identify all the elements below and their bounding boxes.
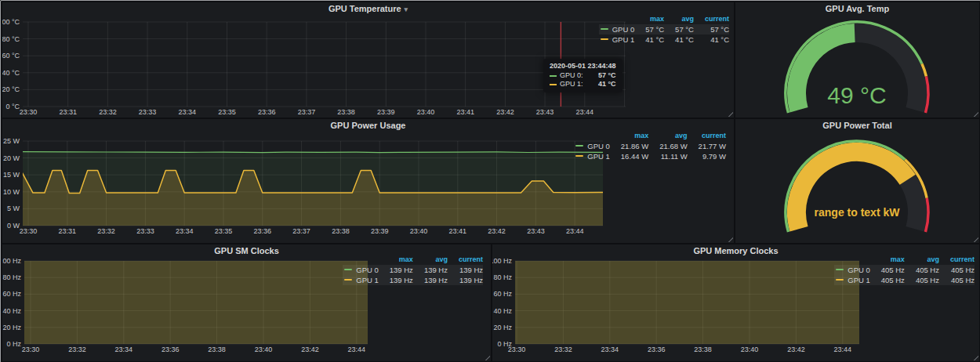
legend-value: 405 Hz xyxy=(905,265,939,275)
x-axis-tick: 23:34 xyxy=(601,346,619,353)
legend-column-header[interactable]: max xyxy=(870,255,905,265)
legend-series-name: GPU 0 xyxy=(587,142,610,150)
panel-resize-handle[interactable] xyxy=(728,237,733,242)
y-axis-tick: 20 °C xyxy=(2,85,20,93)
panel-title-text: GPU Memory Clocks xyxy=(693,246,778,255)
legend-column-header[interactable]: max xyxy=(379,255,413,265)
y-axis-tick: 60 Hz xyxy=(493,290,512,298)
x-axis-tick: 23:31 xyxy=(59,227,77,235)
series-swatch-icon xyxy=(575,145,583,147)
legend-series-toggle[interactable]: GPU 1 xyxy=(343,275,379,285)
panel-resize-handle[interactable] xyxy=(485,355,490,360)
x-axis-tick: 23:30 xyxy=(508,346,526,353)
legend-series-toggle[interactable]: GPU 1 xyxy=(834,275,870,285)
legend-value: 405 Hz xyxy=(870,275,905,285)
legend-column-header[interactable]: current xyxy=(448,255,483,265)
legend-series-name: GPU 1 xyxy=(356,276,379,284)
panel-title-gpu-temperature[interactable]: GPU Temperature▾ xyxy=(2,2,734,16)
legend-name-column-header xyxy=(343,255,379,265)
panel-resize-handle[interactable] xyxy=(728,111,733,117)
legend-value: 21.68 W xyxy=(648,141,687,151)
legend-series-name: GPU 0 xyxy=(356,266,379,274)
legend-series-name: GPU 0 xyxy=(612,25,635,34)
legend-column-header[interactable]: avg xyxy=(664,15,694,24)
legend-column-header[interactable]: avg xyxy=(648,132,687,141)
x-axis-tick: 23:34 xyxy=(179,108,197,116)
legend-series-name: GPU 1 xyxy=(612,35,635,44)
gpu-temperature-legend: maxavgcurrentGPU 057 °C57 °C57 °CGPU 141… xyxy=(599,15,729,45)
x-axis-tick: 23:39 xyxy=(371,227,389,235)
legend-value: 139 Hz xyxy=(379,265,413,275)
x-axis-tick: 23:40 xyxy=(741,346,759,353)
legend-column-header[interactable]: current xyxy=(688,132,726,141)
legend-series-toggle[interactable]: GPU 0 xyxy=(343,265,379,275)
x-axis-tick: 23:36 xyxy=(648,346,666,353)
x-axis-tick: 23:38 xyxy=(337,108,355,116)
legend-series-toggle[interactable]: GPU 0 xyxy=(574,141,610,151)
legend-series-toggle[interactable]: GPU 1 xyxy=(574,151,610,161)
legend-column-header[interactable]: max xyxy=(634,15,664,24)
tooltip-timestamp: 2020-05-01 23:44:48 xyxy=(550,62,616,70)
legend-value: 57 °C xyxy=(664,24,694,34)
legend-value: 16.44 W xyxy=(610,151,648,161)
x-axis-tick: 23:43 xyxy=(536,108,554,116)
y-axis-tick: 60 Hz xyxy=(2,290,21,298)
y-axis-tick: 0 °C xyxy=(5,103,20,110)
series-swatch-icon xyxy=(601,28,608,30)
legend-series-toggle[interactable]: GPU 1 xyxy=(599,34,635,45)
panel-title-gpu-power-usage[interactable]: GPU Power Usage xyxy=(2,119,734,132)
panel-gpu-sm-clocks: GPU SM Clocks 0 Hz20 Hz40 Hz60 Hz80 Hz10… xyxy=(2,244,491,361)
gauge-value-text: 49 °C xyxy=(827,82,886,108)
legend-value: 21.86 W xyxy=(610,141,648,151)
y-axis-tick: 25 W xyxy=(3,137,20,145)
series-plot xyxy=(24,244,373,344)
panel-resize-handle[interactable] xyxy=(973,111,978,117)
x-axis-tick: 23:39 xyxy=(377,108,395,116)
legend-column-header[interactable]: avg xyxy=(413,255,448,265)
legend-name-column-header xyxy=(834,255,870,265)
legend-column-header[interactable]: current xyxy=(939,255,975,265)
legend-value: 139 Hz xyxy=(413,265,448,275)
panel-title-gpu-avg-temp[interactable]: GPU Avg. Temp xyxy=(735,2,979,16)
gpu-memory-clocks-legend: maxavgcurrentGPU 0405 Hz405 Hz405 HzGPU … xyxy=(834,255,975,285)
legend-column-header[interactable]: avg xyxy=(905,255,939,265)
legend-name-column-header xyxy=(599,15,635,24)
legend-row: GPU 021.86 W21.68 W21.77 W xyxy=(574,141,726,151)
y-axis-tick: 20 Hz xyxy=(2,324,21,331)
panel-gpu-power-usage: GPU Power Usage 0 W5 W10 W15 W20 W25 W23… xyxy=(2,119,734,243)
panel-title-text: GPU Power Total xyxy=(822,121,891,130)
tooltip-series-value: 41 °C xyxy=(590,80,616,89)
y-axis-tick: 20 Hz xyxy=(493,324,512,331)
x-axis-tick: 23:41 xyxy=(456,108,474,116)
x-axis-tick: 23:32 xyxy=(99,108,117,116)
panel-title-gpu-power-total[interactable]: GPU Power Total xyxy=(735,119,979,132)
legend-column-header[interactable]: max xyxy=(610,132,648,141)
panel-resize-handle[interactable] xyxy=(973,355,978,360)
grid xyxy=(23,22,626,107)
panel-title-text: GPU Temperature xyxy=(328,4,401,13)
x-axis-tick: 23:32 xyxy=(554,346,572,353)
tooltip-series-name: GPU 0: xyxy=(560,71,583,80)
gpu-power-usage-legend: maxavgcurrentGPU 021.86 W21.68 W21.77 WG… xyxy=(574,132,726,161)
legend-series-toggle[interactable]: GPU 0 xyxy=(834,265,870,275)
y-axis-tick: 20 W xyxy=(3,154,20,162)
x-axis-tick: 23:38 xyxy=(332,227,350,235)
x-axis-tick: 23:36 xyxy=(258,108,276,116)
legend-column-header[interactable]: current xyxy=(694,15,729,24)
x-axis-tick: 23:35 xyxy=(218,108,236,116)
panel-resize-handle[interactable] xyxy=(973,237,978,242)
x-axis-tick: 23:30 xyxy=(20,108,38,116)
series-swatch xyxy=(550,84,557,85)
legend-table: maxavgcurrentGPU 0139 Hz139 Hz139 HzGPU … xyxy=(343,255,483,285)
legend-value: 21.77 W xyxy=(688,141,726,151)
legend-value: 9.79 W xyxy=(688,151,726,161)
series-swatch-icon xyxy=(836,279,844,281)
y-axis-tick: 60 °C xyxy=(2,52,20,60)
legend-series-toggle[interactable]: GPU 0 xyxy=(599,24,635,34)
gpu-sm-clocks-legend: maxavgcurrentGPU 0139 Hz139 Hz139 HzGPU … xyxy=(343,255,483,285)
series-fill xyxy=(24,244,373,344)
series-swatch-icon xyxy=(836,269,844,270)
x-axis-tick: 23:32 xyxy=(68,346,86,353)
y-axis-tick: 80 °C xyxy=(2,35,20,43)
legend-name-column-header xyxy=(574,132,610,141)
